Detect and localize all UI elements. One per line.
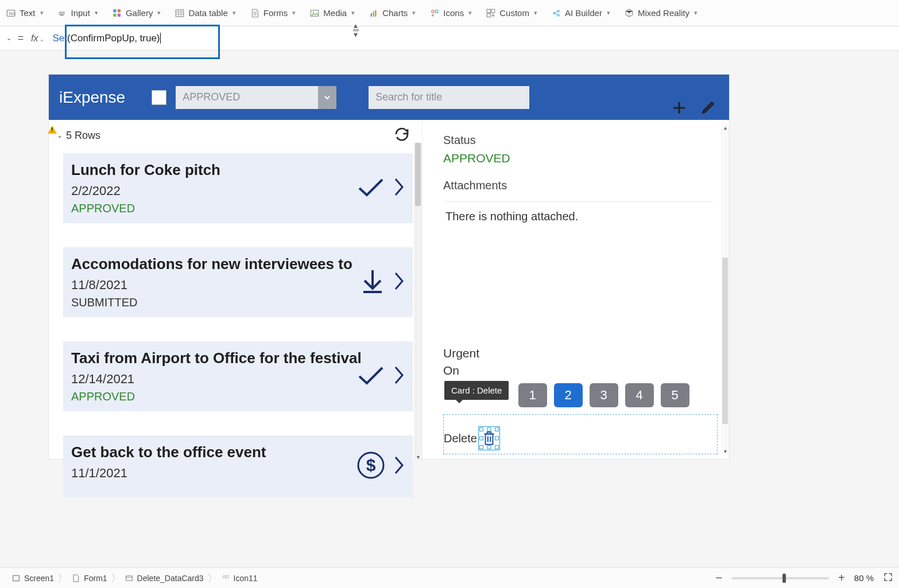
check-icon[interactable] xyxy=(356,365,385,388)
dollar-icon[interactable]: $ xyxy=(356,451,385,482)
fullscreen-icon[interactable] xyxy=(883,572,893,584)
status-filter-value: APPROVED xyxy=(183,91,240,103)
svg-rect-13 xyxy=(375,10,376,16)
svg-rect-11 xyxy=(371,13,372,17)
list-item[interactable]: Taxi from Airport to Office for the fest… xyxy=(63,341,413,411)
delete-datacard[interactable]: Delete xyxy=(443,414,718,454)
breadcrumb-datacard[interactable]: Delete_DataCard3 xyxy=(119,571,210,586)
item-status: APPROVED xyxy=(71,202,402,215)
level-button-1[interactable]: 1 xyxy=(518,383,547,407)
breadcrumb-screen[interactable]: Screen1 xyxy=(6,571,60,586)
breadcrumb-form[interactable]: Form1 xyxy=(65,571,113,586)
ribbon-aibuilder[interactable]: AI Builder▾ xyxy=(551,8,610,18)
level-button-3[interactable]: 3 xyxy=(590,383,618,407)
zoom-thumb[interactable] xyxy=(782,574,786,583)
formula-input[interactable]: Set(ConfirmPopUp, true) xyxy=(48,30,896,46)
ribbon-custom-label: Custom xyxy=(499,8,529,18)
zoom-slider[interactable] xyxy=(731,577,829,579)
ribbon-custom[interactable]: Custom▾ xyxy=(486,8,537,18)
scroll-up-icon[interactable]: ▴ xyxy=(721,124,729,131)
download-icon[interactable] xyxy=(360,268,385,297)
ribbon-icons[interactable]: Icons▾ xyxy=(429,8,472,18)
formula-args: (ConfirmPopUp, true) xyxy=(67,33,160,44)
list-panel: ⌄ 5 Rows Lunch for Coke pitch 2/2/2022 A… xyxy=(49,120,422,459)
item-date: 12/14/2021 xyxy=(71,372,402,387)
svg-point-27 xyxy=(223,575,225,578)
breadcrumb-icon[interactable]: Icon11 xyxy=(215,571,264,586)
zoom-out-button[interactable]: − xyxy=(715,571,722,585)
chevron-right-icon[interactable] xyxy=(393,177,405,200)
add-icon[interactable] xyxy=(671,99,688,119)
edit-icon[interactable] xyxy=(700,99,716,119)
app-header: iExpense APPROVED xyxy=(49,75,729,120)
formula-resize-handle[interactable]: ▴═▾ xyxy=(353,23,359,37)
ribbon-icons-label: Icons xyxy=(443,8,464,18)
ribbon-gallery[interactable]: Gallery▾ xyxy=(112,8,161,18)
scroll-thumb[interactable] xyxy=(415,143,421,206)
ribbon-input[interactable]: Input▾ xyxy=(57,8,98,18)
svg-rect-2 xyxy=(59,11,65,13)
scroll-thumb[interactable] xyxy=(722,258,728,424)
fx-label[interactable]: fx⌄ xyxy=(28,33,48,44)
ribbon-input-label: Input xyxy=(71,8,90,18)
svg-rect-26 xyxy=(126,576,132,581)
ribbon-datatable-label: Data table xyxy=(188,8,227,18)
refresh-icon[interactable] xyxy=(393,126,410,145)
list-item[interactable]: Lunch for Coke pitch 2/2/2022 APPROVED xyxy=(63,153,413,223)
breadcrumb-label: Screen1 xyxy=(24,574,54,583)
item-status: SUBMITTED xyxy=(71,296,402,309)
status-filter-select[interactable]: APPROVED xyxy=(176,86,336,109)
svg-rect-15 xyxy=(436,10,439,13)
item-title: Taxi from Airport to Office for the fest… xyxy=(71,349,402,367)
insert-ribbon: Abc Text▾ Input▾ Gallery▾ Data table▾ Fo… xyxy=(0,0,899,26)
detail-scrollbar[interactable]: ▴ ▾ xyxy=(721,126,729,453)
urgent-label: Urgent xyxy=(443,346,718,360)
urgent-value: On xyxy=(443,364,718,377)
filter-checkbox[interactable] xyxy=(152,90,166,105)
level-button-2[interactable]: 2 xyxy=(554,383,583,407)
breadcrumb-label: Form1 xyxy=(84,574,107,583)
status-value: APPROVED xyxy=(443,151,713,165)
chevron-right-icon[interactable] xyxy=(393,365,405,388)
item-title: Accomodations for new interviewees to xyxy=(71,255,402,273)
ribbon-datatable[interactable]: Data table▾ xyxy=(175,8,235,18)
svg-point-19 xyxy=(553,12,555,14)
status-label: Status xyxy=(443,134,713,147)
item-date: 11/8/2021 xyxy=(71,278,402,293)
level-button-4[interactable]: 4 xyxy=(625,383,654,407)
chevron-down-icon xyxy=(318,86,336,109)
list-item[interactable]: Accomodations for new interviewees to 11… xyxy=(63,247,413,317)
zoom-in-button[interactable]: + xyxy=(838,571,845,585)
ribbon-mixedreality[interactable]: Mixed Reality▾ xyxy=(624,8,698,18)
check-icon[interactable] xyxy=(356,177,385,200)
ribbon-forms[interactable]: Forms▾ xyxy=(250,8,296,18)
attachments-label: Attachments xyxy=(443,179,713,192)
scroll-down-icon[interactable]: ▾ xyxy=(721,448,729,454)
property-dropdown[interactable]: ⌄ xyxy=(3,34,14,42)
detail-panel: Status APPROVED Attachments There is not… xyxy=(422,120,729,459)
ribbon-forms-label: Forms xyxy=(264,8,288,18)
svg-rect-8 xyxy=(176,10,184,17)
chevron-right-icon[interactable] xyxy=(393,455,405,478)
scroll-down-icon[interactable]: ▾ xyxy=(414,454,422,460)
ribbon-mixedreality-label: Mixed Reality xyxy=(638,8,689,18)
svg-rect-5 xyxy=(118,9,121,12)
chevron-right-icon[interactable] xyxy=(393,271,405,294)
ribbon-text[interactable]: Abc Text▾ xyxy=(6,8,44,18)
expand-chevron[interactable]: ⌄ xyxy=(57,131,63,139)
list-item[interactable]: Get back to the office event 11/1/2021 $ xyxy=(63,435,413,497)
list-scrollbar[interactable]: ▴ ▾ xyxy=(414,143,422,459)
expense-list: Lunch for Coke pitch 2/2/2022 APPROVED A… xyxy=(49,153,422,497)
svg-point-10 xyxy=(313,11,314,13)
search-input[interactable] xyxy=(369,86,529,109)
ribbon-charts[interactable]: Charts▾ xyxy=(369,8,416,18)
trash-icon-selected[interactable] xyxy=(482,430,497,447)
zoom-unit: % xyxy=(866,573,874,583)
svg-point-20 xyxy=(557,10,559,11)
ribbon-gallery-label: Gallery xyxy=(126,8,153,18)
svg-rect-17 xyxy=(491,9,495,13)
svg-rect-16 xyxy=(487,9,490,13)
level-button-5[interactable]: 5 xyxy=(661,383,689,407)
ribbon-media[interactable]: Media▾ xyxy=(309,8,355,18)
item-date: 11/1/2021 xyxy=(71,466,402,481)
